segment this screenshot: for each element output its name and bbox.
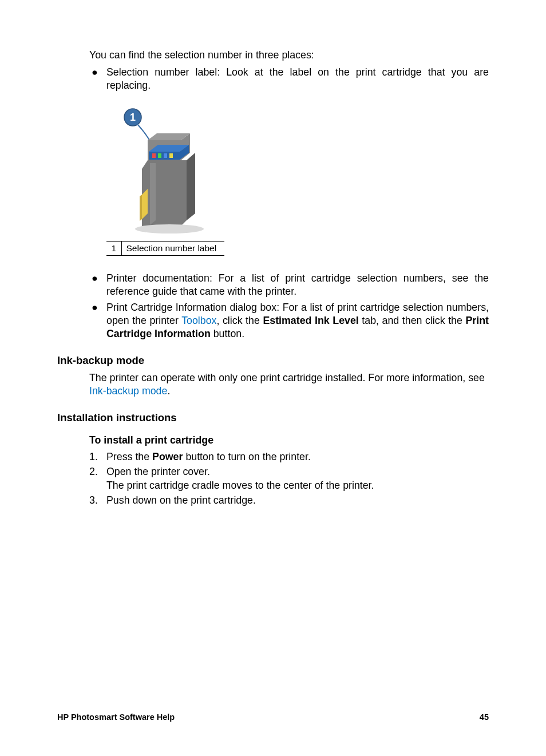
step-3: 3. Push down on the print cartridge. xyxy=(89,493,489,507)
step-num: 3. xyxy=(89,493,106,507)
bullet-item-cartridge-info: ● Print Cartridge Information dialog box… xyxy=(89,301,489,341)
text-fragment: button. xyxy=(211,328,244,339)
bullet-item-selection-label: ● Selection number label: Look at the la… xyxy=(89,66,489,92)
text-fragment: The print cartridge cradle moves to the … xyxy=(106,480,374,491)
bullet-marker-icon: ● xyxy=(89,301,106,341)
text-fragment: . xyxy=(167,385,170,397)
estimated-ink-level: Estimated Ink Level xyxy=(263,315,358,326)
intro-text: You can find the selection number in thr… xyxy=(89,49,489,61)
svg-rect-6 xyxy=(169,153,173,158)
page-footer: HP Photosmart Software Help 45 xyxy=(57,713,489,722)
text-fragment: , click the xyxy=(216,315,263,326)
step-num: 2. xyxy=(89,465,106,492)
ink-backup-body: The printer can operate with only one pr… xyxy=(89,371,489,398)
text-fragment: Open the printer cover. xyxy=(106,466,210,477)
bullet-text: Selection number label: Look at the labe… xyxy=(106,66,489,92)
text-fragment: tab, and then click the xyxy=(359,315,466,326)
text-fragment: The printer can operate with only one pr… xyxy=(89,372,485,383)
text-fragment: Press the xyxy=(106,451,152,462)
install-cartridge-subheading: To install a print cartridge xyxy=(89,434,489,446)
cartridge-image-block: 1 1 xyxy=(106,106,227,256)
bullet-text: Printer documentation: For a list of pri… xyxy=(106,272,489,298)
toolbox-link[interactable]: Toolbox xyxy=(181,315,216,326)
bullet-item-printer-doc: ● Printer documentation: For a list of p… xyxy=(89,272,489,298)
svg-rect-3 xyxy=(152,153,156,158)
bullet-text: Print Cartridge Information dialog box: … xyxy=(106,301,489,341)
svg-rect-5 xyxy=(164,153,167,158)
step-1: 1. Press the Power button to turn on the… xyxy=(89,450,489,464)
svg-point-7 xyxy=(135,224,204,233)
text-fragment: button to turn on the printer. xyxy=(183,451,310,462)
step-num: 1. xyxy=(89,450,106,464)
caption-num: 1 xyxy=(106,242,121,256)
step-text: Open the printer cover. The print cartri… xyxy=(106,465,374,492)
step-text: Push down on the print cartridge. xyxy=(106,493,256,507)
caption-label: Selection number label xyxy=(121,242,224,256)
cartridge-illustration: 1 xyxy=(106,106,227,238)
svg-text:1: 1 xyxy=(130,112,136,123)
ink-backup-heading: Ink-backup mode xyxy=(57,354,489,367)
installation-heading: Installation instructions xyxy=(57,411,489,424)
step-text: Press the Power button to turn on the pr… xyxy=(106,450,311,464)
footer-left: HP Photosmart Software Help xyxy=(57,713,175,722)
svg-rect-4 xyxy=(158,153,161,158)
bullet-marker-icon: ● xyxy=(89,66,106,92)
step-2: 2. Open the printer cover. The print car… xyxy=(89,465,489,492)
image-caption-table: 1 Selection number label xyxy=(106,241,224,256)
power-button-ref: Power xyxy=(152,451,183,462)
ink-backup-link[interactable]: Ink-backup mode xyxy=(89,385,167,397)
bullet-marker-icon: ● xyxy=(89,272,106,298)
footer-page-number: 45 xyxy=(480,713,489,722)
